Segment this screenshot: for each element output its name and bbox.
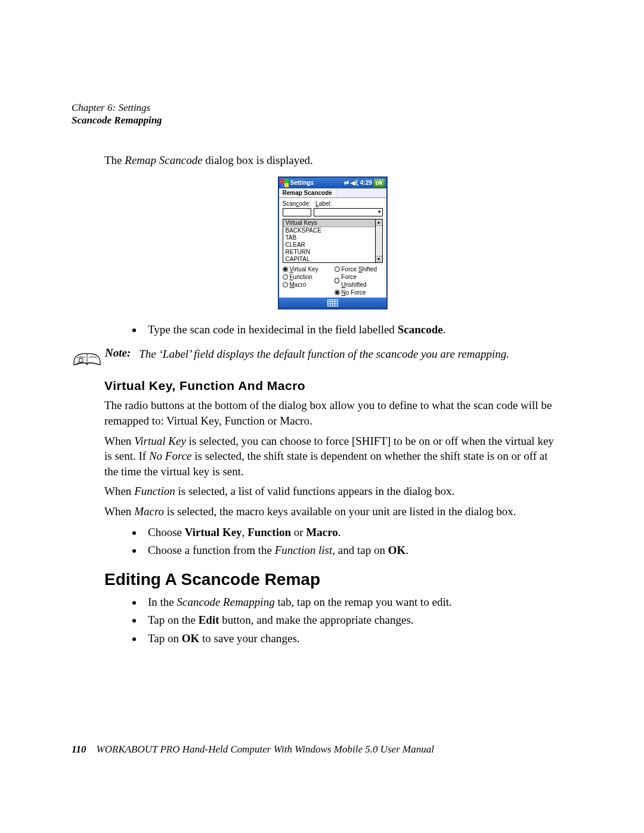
dialog-bottombar: [279, 298, 386, 308]
bullet-item: Choose Virtual Key, Function or Macro.: [143, 524, 561, 541]
status-icons: ⇄ ◀ξ 4:29 ok: [344, 179, 384, 187]
bullet-item: Tap on OK to save your changes.: [143, 630, 561, 648]
list-header: Virtual Keys: [283, 219, 375, 227]
list-item[interactable]: BACKSPACE: [283, 227, 375, 234]
page-footer: 110 WORKABOUT PRO Hand-Held Computer Wit…: [72, 744, 434, 755]
paragraph: When Macro is selected, the macro keys a…: [104, 504, 561, 519]
speaker-icon: ◀ξ: [351, 179, 358, 186]
dialog-title: Settings: [290, 179, 345, 186]
text-italic: Remap Scancode: [125, 154, 202, 166]
scroll-down-icon[interactable]: ▾: [376, 256, 382, 262]
keyboard-icon[interactable]: [327, 299, 338, 306]
list-scrollbar[interactable]: ▴ ▾: [376, 219, 383, 263]
intro-paragraph: The Remap Scancode dialog box is display…: [104, 153, 561, 168]
svg-point-0: [79, 358, 83, 363]
dialog-tabbar: Remap Scancode: [279, 188, 386, 198]
paragraph: When Virtual Key is selected, you can ch…: [104, 433, 561, 479]
section-header: Scancode Remapping: [72, 114, 572, 126]
text: .: [443, 323, 446, 336]
bullet-item: Tap on the Edit button, and make the app…: [143, 612, 561, 629]
bullet-item: In the Scancode Remapping tab, tap on th…: [143, 594, 561, 611]
scancode-input[interactable]: [283, 208, 311, 216]
paragraph: When Function is selected, a list of val…: [104, 484, 561, 499]
paragraph: The radio buttons at the bottom of the d…: [104, 398, 561, 428]
list-item[interactable]: CLEAR: [283, 241, 375, 249]
text-bold: Scancode: [398, 323, 443, 336]
ok-button[interactable]: ok: [374, 179, 385, 187]
note-label: Note:: [103, 346, 139, 360]
text: abel:: [319, 200, 332, 207]
text: The: [104, 154, 125, 166]
text: ode:: [299, 200, 310, 207]
footer-text: WORKABOUT PRO Hand-Held Computer With Wi…: [97, 744, 434, 755]
radio-force-shifted[interactable]: Force Shifted: [335, 265, 383, 273]
tab-remap-scancode[interactable]: Remap Scancode: [279, 188, 336, 197]
radio-force-unshifted[interactable]: Force Unshifted: [335, 273, 383, 289]
radio-group-force: Force Shifted Force Unshifted No Force: [335, 265, 383, 296]
signal-icon: ⇄: [344, 179, 349, 186]
radio-function[interactable]: Function: [283, 273, 331, 281]
list-item[interactable]: CAPITAL: [283, 256, 375, 263]
chapter-header: Chapter 6: Settings: [72, 101, 572, 114]
radio-virtual-key[interactable]: Virtual Key: [283, 265, 331, 273]
virtual-keys-list[interactable]: Virtual Keys BACKSPACE TAB CLEAR RETURN …: [283, 219, 376, 263]
book-icon: [72, 348, 103, 370]
bullet-item: Type the scan code in hexidecimal in the…: [143, 321, 561, 339]
text: Type the scan code in hexidecimal in the…: [148, 323, 398, 336]
windows-flag-icon: [280, 179, 289, 187]
bullet-item: Choose a function from the Function list…: [143, 542, 561, 559]
field-labels: Scancode: Label:: [283, 200, 383, 207]
radio-macro[interactable]: Macro: [283, 281, 331, 289]
text: dialog box is displayed.: [203, 154, 313, 166]
note-text: The ‘Label’ field displays the default f…: [139, 346, 509, 362]
heading-editing: Editing A Scancode Remap: [104, 570, 561, 589]
subheading-vfm: Virtual Key, Function And Macro: [104, 379, 561, 393]
remap-scancode-dialog: Settings ⇄ ◀ξ 4:29 ok Remap Scancode Sca…: [278, 176, 388, 309]
radio-no-force[interactable]: No Force: [335, 289, 383, 296]
list-item[interactable]: RETURN: [283, 249, 375, 256]
dialog-titlebar: Settings ⇄ ◀ξ 4:29 ok: [279, 178, 386, 188]
label-select[interactable]: [314, 208, 383, 216]
text: Scan: [283, 200, 296, 207]
page-number: 110: [72, 744, 86, 755]
list-item[interactable]: TAB: [283, 234, 375, 241]
scroll-up-icon[interactable]: ▴: [376, 219, 382, 226]
radio-group-type: Virtual Key Function Macro: [283, 265, 331, 296]
clock-text: 4:29: [360, 179, 372, 186]
